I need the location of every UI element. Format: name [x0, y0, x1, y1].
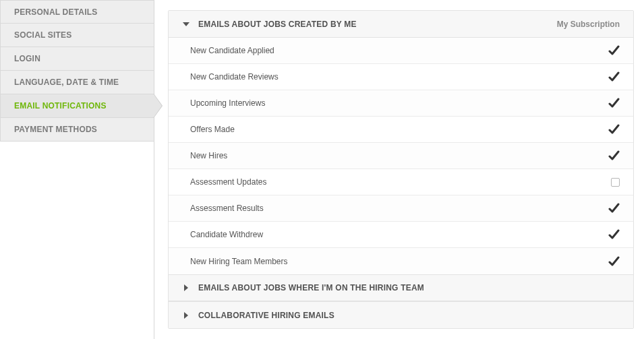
- sidebar-item-email-notifications[interactable]: EMAIL NOTIFICATIONS: [0, 94, 154, 118]
- subscription-checkbox[interactable]: [608, 97, 620, 109]
- sidebar-item-label: PERSONAL DETAILS: [14, 7, 97, 17]
- notification-label: New Hiring Team Members: [190, 257, 608, 266]
- notification-row: Offers Made: [169, 117, 633, 143]
- notification-label: Candidate Withdrew: [190, 230, 608, 239]
- subscription-checkbox[interactable]: [611, 178, 620, 187]
- notification-label: Assessment Updates: [190, 177, 611, 187]
- notification-row: Assessment Results: [169, 195, 633, 222]
- notification-label: Upcoming Interviews: [190, 98, 608, 108]
- notification-row: New Hiring Team Members: [169, 248, 633, 274]
- content-area: EMAILS ABOUT JOBS CREATED BY ME My Subsc…: [154, 0, 644, 339]
- notification-label: Assessment Results: [190, 204, 608, 213]
- section-title: EMAILS ABOUT JOBS CREATED BY ME: [198, 20, 557, 29]
- notification-row: New Hires: [169, 143, 633, 169]
- sidebar: PERSONAL DETAILS SOCIAL SITES LOGIN LANG…: [0, 0, 154, 339]
- section-title: EMAILS ABOUT JOBS WHERE I'M ON THE HIRIN…: [198, 283, 620, 292]
- sidebar-item-label: LOGIN: [14, 54, 40, 63]
- section-rows: New Candidate Applied New Candidate Revi…: [169, 38, 633, 274]
- subscription-checkbox[interactable]: [608, 228, 620, 241]
- subscription-checkbox[interactable]: [608, 255, 620, 268]
- notification-label: New Hires: [190, 151, 608, 160]
- subscription-checkbox[interactable]: [608, 44, 620, 57]
- sidebar-item-login[interactable]: LOGIN: [0, 47, 154, 71]
- chevron-right-icon: [182, 284, 190, 292]
- section-title: COLLABORATIVE HIRING EMAILS: [198, 311, 620, 320]
- section-header-collaborative-hiring[interactable]: COLLABORATIVE HIRING EMAILS: [169, 301, 633, 328]
- notification-label: Offers Made: [190, 125, 608, 134]
- notification-row: Assessment Updates: [169, 169, 633, 195]
- subscription-checkbox[interactable]: [608, 71, 620, 83]
- svg-marker-2: [184, 312, 188, 319]
- sidebar-item-language-date-time[interactable]: LANGUAGE, DATE & TIME: [0, 71, 154, 94]
- notification-label: New Candidate Reviews: [190, 72, 608, 82]
- svg-marker-0: [183, 22, 189, 26]
- subscription-checkbox[interactable]: [608, 123, 620, 135]
- notifications-panel: EMAILS ABOUT JOBS CREATED BY ME My Subsc…: [168, 10, 634, 329]
- section-header-jobs-created-by-me[interactable]: EMAILS ABOUT JOBS CREATED BY ME My Subsc…: [169, 11, 633, 38]
- sidebar-item-label: EMAIL NOTIFICATIONS: [14, 101, 107, 111]
- column-header-subscription: My Subscription: [557, 20, 620, 29]
- notification-label: New Candidate Applied: [190, 46, 608, 55]
- notification-row: New Candidate Reviews: [169, 64, 633, 90]
- notification-row: Candidate Withdrew: [169, 222, 633, 248]
- sidebar-item-label: PAYMENT METHODS: [14, 125, 97, 134]
- chevron-down-icon: [182, 20, 190, 28]
- subscription-checkbox[interactable]: [608, 202, 620, 214]
- notification-row: Upcoming Interviews: [169, 90, 633, 117]
- notification-row: New Candidate Applied: [169, 38, 633, 64]
- sidebar-item-payment-methods[interactable]: PAYMENT METHODS: [0, 118, 154, 142]
- sidebar-item-social-sites[interactable]: SOCIAL SITES: [0, 24, 154, 47]
- sidebar-item-label: LANGUAGE, DATE & TIME: [14, 78, 119, 87]
- svg-marker-1: [184, 284, 188, 291]
- sidebar-item-label: SOCIAL SITES: [14, 30, 72, 40]
- chevron-right-icon: [182, 311, 190, 319]
- subscription-checkbox[interactable]: [608, 150, 620, 162]
- section-header-jobs-hiring-team[interactable]: EMAILS ABOUT JOBS WHERE I'M ON THE HIRIN…: [169, 274, 633, 301]
- sidebar-item-personal-details[interactable]: PERSONAL DETAILS: [0, 0, 154, 24]
